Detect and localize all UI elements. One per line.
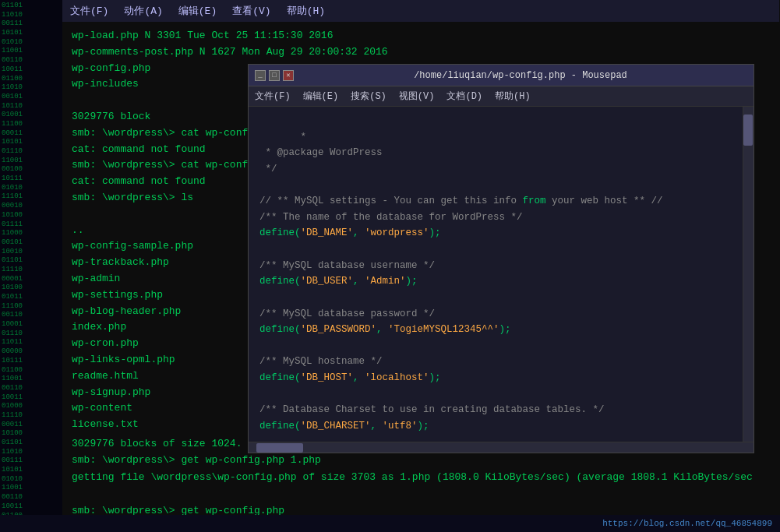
terminal-menu-edit[interactable]: 编辑(E): [178, 4, 217, 18]
mousepad-menu-file[interactable]: 文件(F): [255, 90, 291, 103]
terminal-menu-view[interactable]: 查看(V): [232, 4, 270, 18]
code-line-19: define('DB_CHARSET', 'utf8');: [259, 421, 429, 432]
code-line-18: /** Database Charset to use in creating …: [259, 404, 605, 415]
matrix-text: 01101 11010 00111 10101 01010 11001 0011…: [0, 0, 62, 532]
matrix-decoration: 01101 11010 00111 10101 01010 11001 0011…: [0, 0, 62, 532]
vertical-scrollbar[interactable]: [743, 107, 754, 442]
minimize-button[interactable]: _: [255, 70, 266, 81]
mousepad-menu-view[interactable]: 视图(V): [399, 90, 435, 103]
code-line-13: define('DB_PASSWORD', 'TogieMYSQL12345^^…: [259, 324, 511, 335]
code-line-16: define('DB_HOST', 'localhost');: [259, 372, 441, 383]
mousepad-title: /home/liuqian/wp-config.php - Mousepad: [294, 70, 747, 81]
mousepad-menu-document[interactable]: 文档(D): [446, 90, 482, 103]
mousepad-window: _ □ ✕ /home/liuqian/wp-config.php - Mous…: [248, 64, 754, 453]
restore-button[interactable]: □: [269, 70, 280, 81]
terminal-menu-file[interactable]: 文件(F): [70, 4, 108, 18]
mousepad-menu-help[interactable]: 帮助(H): [495, 90, 531, 103]
terminal-line: wp-load.php N 3301 Tue Oct 25 11:15:30 2…: [72, 28, 770, 44]
window-controls: _ □ ✕: [255, 70, 294, 81]
code-line-12: /** MySQL database password */: [259, 308, 435, 319]
terminal-bottom-line: getting file \wordpress\wp-config.php of…: [72, 469, 770, 485]
status-bar: https://blog.csdn.net/qq_46854899: [0, 515, 780, 532]
status-url: https://blog.csdn.net/qq_46854899: [602, 519, 772, 528]
mousepad-menu-search[interactable]: 搜索(S): [351, 90, 386, 103]
code-line-3: */: [259, 164, 277, 174]
terminal-line: wp-comments-post.php N 1627 Mon Aug 29 2…: [72, 44, 770, 61]
terminal-menubar: 文件(F) 动作(A) 编辑(E) 查看(V) 帮助(H): [62, 0, 779, 22]
mousepad-editor[interactable]: * * @package WordPress */ // ** MySQL se…: [249, 107, 754, 442]
horizontal-scrollbar[interactable]: [249, 442, 754, 453]
close-button[interactable]: ✕: [283, 70, 294, 81]
code-line-2: * @package WordPress: [259, 147, 383, 158]
code-line-15: /** MySQL hostname */: [259, 356, 383, 367]
code-line-5: // ** MySQL settings - You can get this …: [259, 196, 663, 206]
mousepad-titlebar: _ □ ✕ /home/liuqian/wp-config.php - Mous…: [249, 65, 754, 86]
code-line-1: *: [295, 132, 306, 143]
terminal-menu-help[interactable]: 帮助(H): [287, 4, 325, 18]
code-line-7: define('DB_NAME', 'wordpress');: [259, 227, 441, 238]
mousepad-menu-edit[interactable]: 编辑(E): [303, 90, 339, 103]
code-line-9: /** MySQL database username */: [259, 260, 435, 271]
code-line-10: define('DB_USER', 'Admin');: [259, 276, 418, 287]
terminal-bottom-line: smb: \wordpress\> get wp-config.php 1.ph…: [72, 452, 770, 468]
code-content: * * @package WordPress */ // ** MySQL se…: [249, 107, 754, 442]
mousepad-menubar: 文件(F) 编辑(E) 搜索(S) 视图(V) 文档(D) 帮助(H): [249, 86, 754, 107]
code-line-6: /** The name of the database for WordPre…: [259, 212, 523, 223]
terminal-bottom-line: [72, 485, 770, 502]
terminal-menu-action[interactable]: 动作(A): [124, 4, 162, 18]
scrollbar-thumb[interactable]: [743, 115, 753, 146]
hscrollbar-thumb[interactable]: [256, 443, 303, 453]
